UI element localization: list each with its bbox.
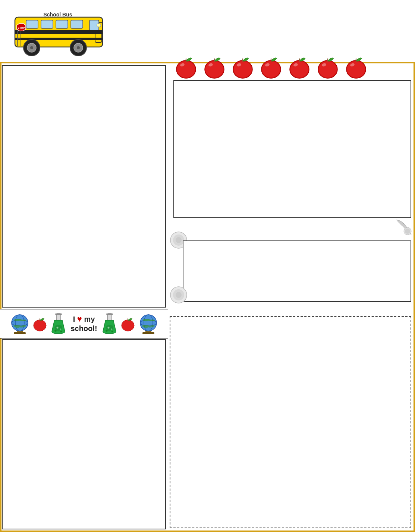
svg-point-24 (177, 61, 195, 78)
apple-icon-5 (287, 54, 312, 79)
svg-point-68 (57, 327, 59, 329)
scroll-curl-bottom-left (170, 286, 188, 304)
svg-point-40 (290, 61, 308, 78)
left-bottom-content-box (2, 339, 166, 529)
svg-point-82 (140, 315, 157, 331)
right-top-content-box (173, 80, 411, 218)
apple-icon-2 (202, 54, 227, 79)
apple-icon-1 (173, 54, 199, 79)
svg-rect-67 (55, 314, 62, 315)
svg-rect-73 (106, 314, 113, 315)
globe-icon-left (9, 312, 30, 335)
svg-point-77 (111, 331, 113, 333)
svg-rect-81 (142, 332, 154, 334)
svg-point-12 (30, 46, 33, 49)
svg-point-61 (12, 315, 28, 331)
school-bus-container: STOP School Bus (4, 2, 108, 60)
svg-rect-7 (71, 20, 83, 28)
flask-icon-right (101, 313, 118, 334)
globe-icon-right (138, 312, 158, 335)
flask-icon-left (50, 313, 67, 334)
svg-point-32 (234, 61, 252, 78)
school-strip: I ♥ my school! (0, 309, 168, 339)
svg-rect-5 (41, 20, 53, 28)
apple-icon-4 (258, 54, 284, 79)
svg-rect-19 (97, 24, 101, 27)
svg-point-28 (205, 61, 223, 78)
svg-point-76 (106, 330, 108, 332)
love-school-text: I ♥ my school! (70, 314, 97, 333)
svg-point-36 (262, 61, 280, 78)
svg-point-15 (77, 46, 80, 49)
svg-point-44 (319, 61, 337, 78)
scroll-inner-box (183, 240, 411, 302)
svg-point-74 (107, 327, 109, 329)
svg-rect-9 (15, 38, 103, 40)
right-dashed-content-box (170, 316, 411, 528)
svg-rect-4 (26, 20, 38, 28)
svg-point-55 (176, 237, 182, 243)
apple-small-icon-1 (32, 316, 48, 331)
svg-rect-6 (56, 20, 68, 28)
svg-text:STOP: STOP (18, 26, 25, 29)
svg-point-58 (176, 292, 182, 298)
school-bus-icon: STOP School Bus (4, 2, 108, 60)
svg-point-48 (347, 61, 365, 78)
svg-point-75 (111, 328, 112, 330)
svg-point-78 (122, 320, 134, 331)
svg-rect-60 (14, 332, 26, 334)
apple-icon-3 (230, 54, 255, 79)
svg-point-64 (34, 320, 46, 331)
apples-row (173, 52, 411, 80)
svg-point-71 (60, 331, 62, 333)
apple-icon-6 (315, 54, 340, 79)
apple-small-icon-2 (120, 316, 136, 331)
apple-icon-7 (343, 54, 369, 79)
scroll-box (170, 233, 411, 302)
svg-point-69 (60, 328, 62, 330)
svg-point-70 (54, 330, 57, 332)
left-top-content-box (2, 65, 166, 308)
svg-text:School Bus: School Bus (43, 12, 72, 18)
svg-rect-8 (15, 30, 103, 34)
